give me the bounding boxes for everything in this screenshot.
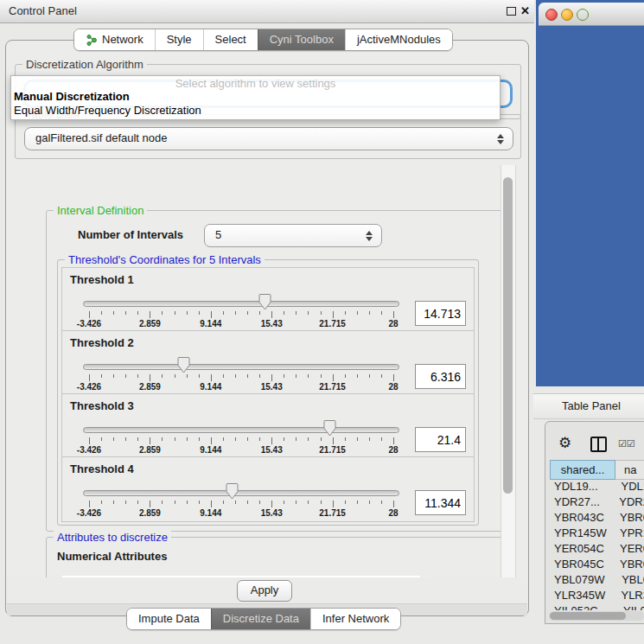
threshold-rows: Threshold 1-3.4262.8599.14415.4321.71528… <box>61 267 475 523</box>
slider-tick <box>271 374 272 381</box>
table-row[interactable]: YBL079WYBL0 <box>549 572 644 588</box>
attributes-group-title: Attributes to discretize <box>54 531 171 544</box>
network-icon <box>86 34 98 47</box>
attributes-group: Attributes to discretize Numerical Attri… <box>46 537 504 577</box>
slider-tick <box>296 501 296 504</box>
threshold-slider[interactable]: -3.4262.8599.14415.4321.71528 <box>83 394 399 458</box>
slider-tick <box>223 374 224 378</box>
threshold-slider[interactable]: -3.4262.8599.14415.4321.71528 <box>83 457 399 521</box>
thresholds-group-title: Threshold's Coordinates for 5 Intervals <box>65 253 265 266</box>
threshold-slider[interactable]: -3.4262.8599.14415.4321.71528 <box>83 268 399 332</box>
threshold-slider[interactable]: -3.4262.8599.14415.4321.71528 <box>83 331 399 395</box>
cell-shared-name: YBL079W <box>549 572 616 588</box>
bottom-tab-bar: Impute DataDiscretize DataInfer Network <box>126 608 401 630</box>
bottom-tab-infer-network[interactable]: Infer Network <box>310 609 400 629</box>
columns-icon[interactable] <box>590 437 607 452</box>
table-row[interactable]: YIL052CYIL0 <box>549 603 644 610</box>
float-window-icon[interactable] <box>507 7 516 16</box>
slider-tick <box>393 311 394 318</box>
tab-network[interactable]: Network <box>74 29 155 50</box>
slider-tick <box>284 437 284 441</box>
checkbox-icon[interactable]: ☑☑ <box>618 438 635 450</box>
slider-track[interactable] <box>83 427 399 433</box>
control-panel-titlebar: Control Panel ✕ <box>0 0 534 23</box>
slider-tick <box>101 501 102 504</box>
table-row[interactable]: YPR145WYPR1 <box>549 526 644 541</box>
slider-tick <box>199 311 200 315</box>
tick-label: 15.43 <box>245 382 297 392</box>
slider-thumb[interactable] <box>258 293 271 310</box>
slider-tick <box>113 437 114 441</box>
table-row[interactable]: YLR345WYLR3 <box>549 588 644 603</box>
table-row[interactable]: YBR045CYBR0 <box>549 557 644 572</box>
table-row[interactable]: YER054CYER0 <box>549 541 644 557</box>
slider-tick <box>125 374 126 378</box>
slider-tick <box>113 311 114 315</box>
bottom-tab-label: Discretize Data <box>223 609 299 629</box>
slider-tick <box>369 501 370 504</box>
table-row[interactable]: YDR27...YDR2 <box>549 494 644 510</box>
algorithm-option-manual-discretization[interactable]: Manual Discretization <box>14 90 130 103</box>
close-traffic-icon[interactable] <box>545 9 558 21</box>
slider-tick <box>113 501 114 504</box>
zoom-traffic-icon[interactable] <box>577 9 589 21</box>
threshold-value-field[interactable] <box>415 364 466 389</box>
tab-cyni-toolbox[interactable]: Cyni Toolbox <box>258 29 345 50</box>
bottom-tab-discretize-data[interactable]: Discretize Data <box>211 609 310 629</box>
slider-tick <box>89 374 90 381</box>
tick-label: 28 <box>367 508 419 518</box>
slider-thumb[interactable] <box>177 356 190 373</box>
gear-icon[interactable]: ⚙ <box>558 434 571 452</box>
slider-thumb[interactable] <box>323 419 336 437</box>
slider-tick <box>223 501 224 504</box>
threshold-value-field[interactable] <box>415 490 466 515</box>
slider-tick <box>296 437 296 441</box>
table-row[interactable]: YDL19...YDL1 <box>549 479 644 494</box>
threshold-value-field[interactable] <box>415 301 466 326</box>
slider-tick <box>247 501 248 504</box>
table-data-combobox[interactable]: galFiltered.sif default node <box>24 127 513 150</box>
bottom-tab-impute-data[interactable]: Impute Data <box>127 609 211 629</box>
tick-label: -3.426 <box>63 445 115 455</box>
slider-tick <box>284 501 284 504</box>
table-panel-body: ⚙ ☑☑ shared... na YDL19...YDL1YDR27...YD… <box>545 421 644 624</box>
slider-tick <box>247 437 248 441</box>
num-intervals-value: 5 <box>215 225 221 245</box>
table-h-scrollbar[interactable] <box>549 611 644 621</box>
tab-jactivemnodules[interactable]: jActiveMNodules <box>345 29 452 50</box>
column-header-name[interactable]: na <box>615 460 644 480</box>
slider-thumb[interactable] <box>226 482 239 500</box>
num-intervals-spinner[interactable]: 5 <box>204 224 382 247</box>
column-header-shared[interactable]: shared... <box>550 460 615 480</box>
slider-track[interactable] <box>83 364 399 370</box>
bottom-tab-label: Impute Data <box>138 609 200 629</box>
threshold-row-1: Threshold 1-3.4262.8599.14415.4321.71528 <box>61 267 475 333</box>
threshold-row-3: Threshold 3-3.4262.8599.14415.4321.71528 <box>61 393 475 459</box>
cell-shared-name: YBR045C <box>549 557 615 572</box>
top-tab-bar: NetworkStyleSelectCyni ToolboxjActiveMNo… <box>73 29 453 51</box>
slider-tick <box>357 437 358 441</box>
table-h-scrollbar-thumb[interactable] <box>550 612 626 620</box>
slider-tick <box>223 311 224 315</box>
tab-label: Select <box>215 29 246 50</box>
panel-scrollbar[interactable] <box>501 165 516 577</box>
cell-name: YDR2 <box>614 494 644 510</box>
algorithm-group-title: Discretization Algorithm <box>22 58 147 71</box>
close-icon[interactable]: ✕ <box>520 4 530 17</box>
slider-tick <box>175 501 175 504</box>
slider-track[interactable] <box>83 301 399 307</box>
minimize-traffic-icon[interactable] <box>561 9 573 21</box>
slider-tick <box>125 437 126 441</box>
apply-button[interactable]: Apply <box>237 580 292 602</box>
slider-tick <box>369 437 370 441</box>
slider-track[interactable] <box>83 490 399 496</box>
panel-scrollbar-thumb[interactable] <box>503 177 513 494</box>
tab-select[interactable]: Select <box>203 29 258 50</box>
threshold-row-4: Threshold 4-3.4262.8599.14415.4321.71528 <box>61 456 475 522</box>
threshold-value-field[interactable] <box>415 427 466 452</box>
slider-tick <box>333 437 334 444</box>
algorithm-option-equal-width-frequency-discretization[interactable]: Equal Width/Frequency Discretization <box>14 104 201 117</box>
table-row[interactable]: YBR043CYBR0 <box>549 510 644 526</box>
slider-tick <box>175 374 175 378</box>
tab-style[interactable]: Style <box>155 29 203 50</box>
